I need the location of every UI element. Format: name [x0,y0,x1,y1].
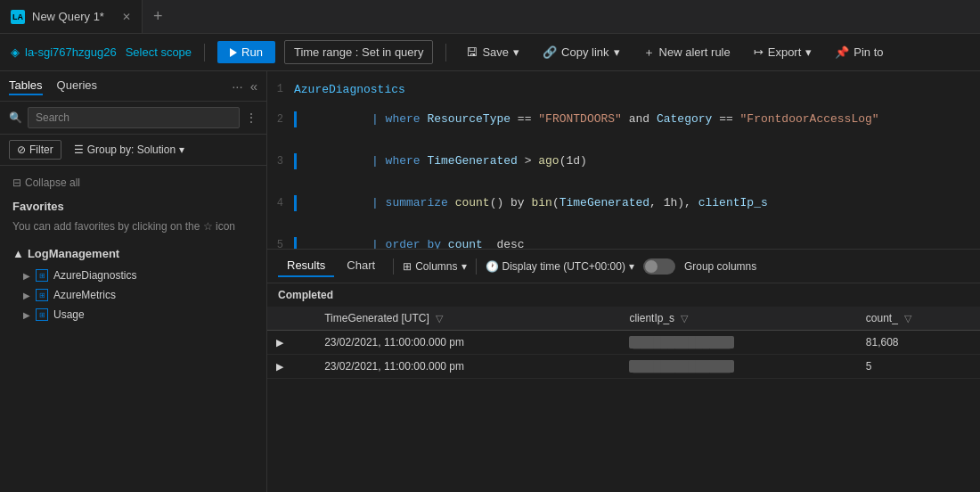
line-num-4: 4 [267,197,294,209]
select-scope-button[interactable]: Select scope [126,45,192,59]
columns-button[interactable]: ⊞ Columns ▾ [403,260,466,273]
filter-icon-time[interactable]: ▽ [436,313,443,324]
cell-count-1: 81,608 [857,331,980,355]
col-header-count[interactable]: count_ ▽ [857,307,980,331]
line-content-1: AzureDiagnostics [294,83,405,96]
save-icon: 🖫 [466,45,478,59]
line-content-5: | order by count_ desc [302,225,525,250]
close-tab-button[interactable]: ✕ [122,11,131,23]
search-input[interactable] [28,107,240,128]
pin-icon: 📌 [835,45,849,59]
display-time-button[interactable]: 🕐 Display time (UTC+00:00) ▾ [486,260,634,273]
active-tab[interactable]: LA New Query 1* ✕ [0,0,143,33]
line-bar-3 [294,153,297,169]
group-by-chevron-icon: ▾ [179,144,184,156]
table-icon: ⊞ [36,269,48,282]
group-by-button[interactable]: ☰ Group by: Solution ▾ [69,141,190,159]
toolbar: ◈ la-sgi767hzgug26 Select scope Run Time… [0,34,980,71]
results-sep-2 [476,258,477,275]
line-bar-5 [294,237,297,250]
display-time-label: Display time (UTC+00:00) [502,260,625,273]
group-expand-icon: ▲ [12,247,24,260]
workspace-selector[interactable]: ◈ la-sgi767hzgug26 [11,45,117,59]
tree-item-label: AzureDiagnostics [53,269,136,282]
tree-expand-icon-3: ▶ [23,310,30,320]
line-content-4: | summarize count() by bin(TimeGenerated… [302,183,768,223]
tree-expand-icon-2: ▶ [23,291,30,300]
main-layout: Tables Queries ··· « 🔍 ⋮ ⊘ Filter ☰ Grou… [0,71,980,492]
col-header-expand [267,307,315,331]
tree-item-label-3: Usage [53,308,85,321]
table-icon-3: ⊞ [36,308,48,321]
clock-icon: 🕐 [486,260,499,273]
columns-label: Columns [415,260,457,273]
table-row: ▶ 23/02/2021, 11:00:00.000 pm ██████████… [267,355,980,379]
time-range-label: Time range : Set in query [294,45,423,59]
results-table: TimeGenerated [UTC] ▽ clientIp_s ▽ count… [267,307,980,379]
table-row: ▶ 23/02/2021, 11:00:00.000 pm ██████████… [267,331,980,355]
filter-button[interactable]: ⊘ Filter [9,140,61,160]
filter-icon: ⊘ [17,144,26,156]
tab-queries[interactable]: Queries [57,77,98,95]
cell-ip-2: ██████████████ [620,355,856,379]
cell-count-2: 5 [857,355,980,379]
collapse-all-button[interactable]: ⊟ Collapse all [0,173,266,193]
workspace-name: la-sgi767hzgug26 [25,45,117,59]
row-expand-2[interactable]: ▶ [267,355,315,379]
filter-icon-count[interactable]: ▽ [904,313,911,324]
line-num-1: 1 [267,83,294,95]
group-by-label: Group by: Solution [87,144,176,156]
export-button[interactable]: ↦ Export ▾ [747,41,820,63]
copy-link-button[interactable]: 🔗 Copy link ▾ [535,41,626,63]
results-area: Results Chart ⊞ Columns ▾ 🕐 Display time… [267,250,980,492]
tree-item-usage[interactable]: ▶ ⊞ Usage [0,305,266,324]
new-alert-button[interactable]: ＋ New alert rule [636,40,738,65]
tab-chart[interactable]: Chart [338,255,384,277]
columns-chevron-icon: ▾ [461,260,467,273]
search-icon: 🔍 [9,111,22,124]
sidebar-content: ⊟ Collapse all Favorites You can add fav… [0,166,266,492]
save-button[interactable]: 🖫 Save ▾ [459,41,527,63]
time-range-button[interactable]: Time range : Set in query [284,40,433,64]
cell-ip-1: ██████████████ [620,331,856,355]
run-button[interactable]: Run [217,41,275,63]
table-header-row: TimeGenerated [UTC] ▽ clientIp_s ▽ count… [267,307,980,331]
toolbar-separator [204,44,205,62]
results-table-wrap[interactable]: TimeGenerated [UTC] ▽ clientIp_s ▽ count… [267,307,980,492]
editor-area: 1 AzureDiagnostics 2 | where ResourceTyp… [267,71,980,492]
search-more-icon[interactable]: ⋮ [245,111,257,125]
tab-tables[interactable]: Tables [9,77,43,95]
table-icon-2: ⊞ [36,289,48,301]
code-line-5: 5 | order by count_ desc [267,224,980,250]
copy-link-label: Copy link [561,45,608,59]
cell-time-2: 23/02/2021, 11:00:00.000 pm [315,355,620,379]
workspace-icon: ◈ [11,45,20,59]
favorites-description: You can add favorites by clicking on the… [0,217,266,242]
export-chevron-icon: ▾ [805,45,812,59]
line-bar-2 [294,111,297,127]
col-header-time[interactable]: TimeGenerated [UTC] ▽ [315,307,620,331]
sidebar-tabs-actions: ··· « [232,78,257,94]
group-columns-toggle[interactable] [643,258,675,275]
tab-results[interactable]: Results [278,255,334,277]
masked-ip-1: ██████████████ [629,336,733,348]
new-tab-button[interactable]: + [143,0,174,33]
log-management-group[interactable]: ▲ LogManagement [0,242,266,266]
pin-button[interactable]: 📌 Pin to [828,41,890,63]
display-time-chevron-icon: ▾ [629,260,634,273]
alert-icon: ＋ [643,45,655,61]
collapse-sidebar-icon[interactable]: « [250,78,257,94]
tree-item-azure-diagnostics[interactable]: ▶ ⊞ AzureDiagnostics [0,266,266,285]
sidebar-tabs: Tables Queries ··· « [0,71,266,102]
more-options-icon[interactable]: ··· [232,78,243,94]
filter-label: Filter [29,144,53,156]
code-line-1: 1 AzureDiagnostics [267,80,980,98]
code-editor[interactable]: 1 AzureDiagnostics 2 | where ResourceTyp… [267,71,980,250]
tree-item-azure-metrics[interactable]: ▶ ⊞ AzureMetrics [0,285,266,305]
tab-bar: LA New Query 1* ✕ + [0,0,980,34]
col-header-ip[interactable]: clientIp_s ▽ [620,307,856,331]
results-toolbar: Results Chart ⊞ Columns ▾ 🕐 Display time… [267,250,980,283]
row-expand-1[interactable]: ▶ [267,331,315,355]
filter-icon-ip[interactable]: ▽ [681,313,688,324]
results-sep [393,258,394,275]
